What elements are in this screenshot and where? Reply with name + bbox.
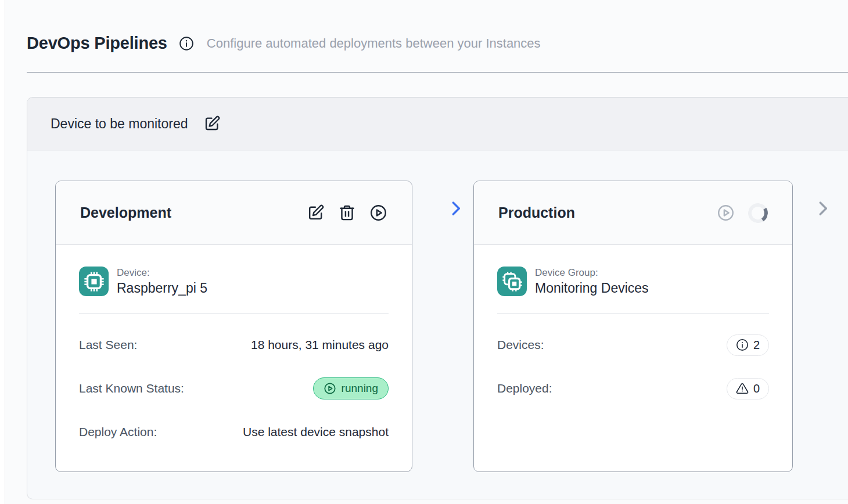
play-circle-icon[interactable] <box>717 204 735 222</box>
device-label: Device: <box>117 267 207 279</box>
status-badge-label: running <box>342 382 378 395</box>
device-summary: Device: Raspberry_pi 5 <box>79 267 389 296</box>
trash-icon[interactable] <box>338 204 356 222</box>
deploy-action-row: Deploy Action: Use latest device snapsho… <box>79 420 389 444</box>
devices-count: 2 <box>753 339 760 352</box>
last-seen-value: 18 hours, 31 minutes ago <box>251 338 389 352</box>
device-meta: Device: Raspberry_pi 5 <box>117 267 207 296</box>
info-icon[interactable] <box>179 36 194 51</box>
production-instance-card: Production Device Group: Monitoring Devi… <box>473 181 793 472</box>
development-card-title: Development <box>80 204 171 221</box>
page-header: DevOps Pipelines Configure automated dep… <box>5 0 848 53</box>
monitored-devices-panel: Device to be monitored Development <box>27 97 848 499</box>
deployed-row: Deployed: 0 <box>497 376 769 401</box>
last-seen-label: Last Seen: <box>79 338 137 352</box>
play-circle-icon[interactable] <box>369 204 387 222</box>
status-badge: running <box>313 377 389 399</box>
edit-icon[interactable] <box>307 204 325 222</box>
development-instance-card: Development Device: Raspberr <box>55 181 412 472</box>
development-card-header: Development <box>56 181 412 245</box>
warning-triangle-icon <box>736 382 749 395</box>
device-group-label: Device Group: <box>535 267 649 279</box>
last-seen-row: Last Seen: 18 hours, 31 minutes ago <box>79 333 389 357</box>
devices-row: Devices: 2 <box>497 333 769 357</box>
chevron-right-icon[interactable] <box>814 199 832 218</box>
play-circle-icon <box>324 382 336 395</box>
deployed-count-pill[interactable]: 0 <box>727 378 769 399</box>
chevron-right-icon[interactable] <box>447 199 465 218</box>
device-group-meta: Device Group: Monitoring Devices <box>535 267 649 296</box>
device-group-summary: Device Group: Monitoring Devices <box>497 267 769 296</box>
chip-icon <box>79 267 109 296</box>
pipeline-flow-area: Development Device: Raspberr <box>27 150 848 499</box>
last-known-status-row: Last Known Status: running <box>79 376 389 401</box>
deployed-count: 0 <box>753 382 760 395</box>
production-card-header: Production <box>474 181 792 245</box>
loading-spinner <box>746 201 770 224</box>
production-card-body: Device Group: Monitoring Devices Devices… <box>474 245 792 401</box>
panel-header: Device to be monitored <box>27 98 848 150</box>
header-divider <box>27 72 848 73</box>
edit-icon[interactable] <box>203 115 221 132</box>
chip-group-icon <box>497 267 527 296</box>
main-content-area: DevOps Pipelines Configure automated dep… <box>5 0 848 504</box>
devices-label: Devices: <box>497 338 544 352</box>
deploy-action-value: Use latest device snapshot <box>243 425 389 439</box>
info-circle-icon <box>736 339 749 351</box>
deploy-action-label: Deploy Action: <box>79 425 157 439</box>
card-divider <box>497 313 769 314</box>
device-name: Raspberry_pi 5 <box>117 280 207 296</box>
production-card-title: Production <box>498 204 575 221</box>
deployed-label: Deployed: <box>497 381 552 395</box>
development-card-actions <box>307 204 387 222</box>
device-group-name: Monitoring Devices <box>535 280 649 296</box>
devices-count-pill[interactable]: 2 <box>727 334 769 356</box>
card-divider <box>79 313 389 314</box>
page-subtitle: Configure automated deployments between … <box>207 36 541 51</box>
last-known-status-label: Last Known Status: <box>79 381 184 395</box>
production-card-actions <box>717 203 768 223</box>
panel-title: Device to be monitored <box>51 116 188 132</box>
page-title: DevOps Pipelines <box>27 34 167 53</box>
development-card-body: Device: Raspberry_pi 5 Last Seen: 18 hou… <box>56 245 412 444</box>
